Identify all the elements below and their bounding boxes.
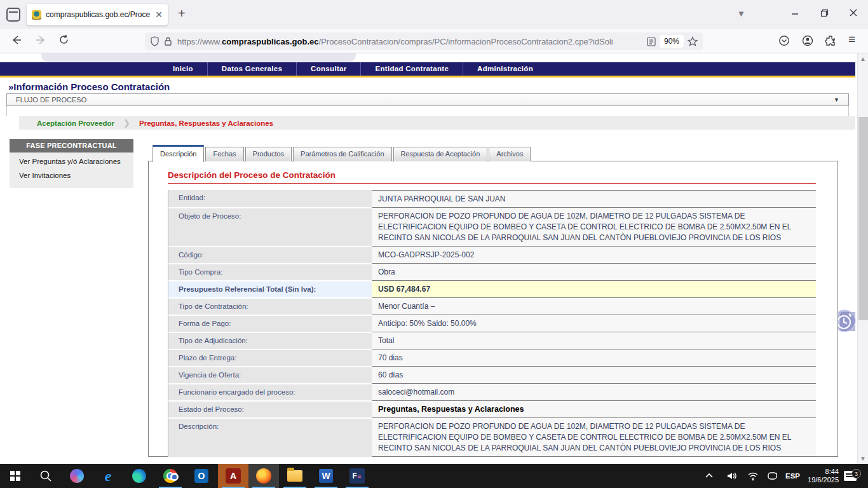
section-title: Descripción del Proceso de Contratación bbox=[168, 170, 816, 184]
table-row-estado: Estado del Proceso:Preguntas, Respuestas… bbox=[168, 400, 816, 417]
vertical-scrollbar[interactable]: ▲ ▼ bbox=[857, 53, 868, 464]
page-viewport: Inicio Datos Generales Consultar Entidad… bbox=[0, 53, 868, 464]
table-row: Objeto de Proceso:PERFORACION DE POZO PR… bbox=[168, 207, 816, 246]
firefox-view-icon[interactable] bbox=[6, 8, 20, 22]
chrome-profile-badge bbox=[170, 473, 179, 481]
nav-administracion[interactable]: Administración bbox=[463, 62, 547, 76]
notification-count-badge: 3 bbox=[851, 469, 861, 478]
table-row-presupuesto-highlight: Presupuesto Referencial Total (Sin Iva):… bbox=[168, 280, 816, 297]
list-all-tabs-icon[interactable]: ▼ bbox=[737, 9, 745, 18]
taskbar-clock[interactable]: 8:44 19/6/2025 bbox=[806, 464, 839, 488]
search-icon bbox=[39, 470, 52, 482]
tab-parametros-calificacion[interactable]: Parámetros de Calificación bbox=[293, 147, 391, 161]
lock-icon bbox=[164, 36, 172, 46]
file-explorer-button[interactable] bbox=[280, 464, 310, 488]
volume-button[interactable] bbox=[726, 464, 738, 488]
start-button[interactable] bbox=[0, 464, 31, 488]
table-row: Tipo de Adjudicación:Total bbox=[168, 332, 816, 349]
nav-datos-generales[interactable]: Datos Generales bbox=[207, 62, 296, 76]
language-indicator[interactable]: ESP bbox=[785, 464, 800, 488]
internet-explorer-button[interactable]: e bbox=[93, 464, 123, 488]
sidebar: Ver Preguntas y/ó Aclaraciones Ver Invit… bbox=[10, 152, 133, 188]
outlook-button[interactable]: O bbox=[186, 464, 217, 488]
wifi-icon bbox=[747, 471, 759, 481]
scroll-up-icon[interactable]: ▲ bbox=[858, 55, 868, 62]
sidebar-item-ver-preguntas[interactable]: Ver Preguntas y/ó Aclaraciones bbox=[19, 158, 133, 165]
tab-respuesta-aceptacion[interactable]: Respuesta de Aceptación bbox=[393, 147, 488, 161]
flow-panel-edge bbox=[6, 106, 849, 116]
back-arrow-icon bbox=[10, 34, 22, 46]
scrollbar-thumb[interactable] bbox=[858, 117, 868, 320]
tab-archivos[interactable]: Archivos bbox=[489, 147, 531, 161]
sidebar-item-ver-invitaciones[interactable]: Ver Invitaciones bbox=[19, 172, 133, 179]
acrobat-button-attention[interactable]: A bbox=[218, 464, 248, 488]
table-row: Tipo de Contratación:Menor Cuantía – bbox=[168, 297, 816, 315]
outlook-icon: O bbox=[194, 469, 208, 483]
table-row: Entidad:JUNTA PARROQUIAL DE SAN JUAN bbox=[168, 190, 816, 207]
pocket-icon[interactable] bbox=[778, 35, 790, 49]
windows-taskbar: e O A W F≡ ESP 8:44 19/6/2025 3 bbox=[0, 464, 868, 488]
windows-logo-icon bbox=[10, 471, 20, 481]
fes-app-icon: F≡ bbox=[349, 468, 365, 484]
tab-descripcion[interactable]: Descripción bbox=[153, 145, 204, 162]
fes-app-button[interactable]: F≡ bbox=[342, 464, 372, 488]
nav-consultar[interactable]: Consultar bbox=[296, 62, 360, 76]
reload-icon bbox=[58, 34, 69, 45]
tray-time: 8:44 bbox=[806, 468, 839, 476]
forward-arrow-icon bbox=[36, 34, 47, 46]
taskbar-search-button[interactable] bbox=[31, 464, 61, 488]
wifi-button[interactable] bbox=[747, 464, 759, 488]
word-button[interactable]: W bbox=[311, 464, 341, 488]
browser-tab[interactable]: compraspublicas.gob.ec/Proce ✕ bbox=[27, 4, 168, 25]
firefox-icon bbox=[256, 468, 271, 484]
meet-now-button[interactable] bbox=[767, 464, 778, 488]
window-minimize-button[interactable] bbox=[780, 0, 810, 25]
tab-fechas[interactable]: Fechas bbox=[205, 147, 243, 161]
internet-explorer-icon: e bbox=[105, 468, 112, 485]
description-panel: Descripción del Proceso de Contratación … bbox=[148, 161, 838, 457]
window-restore-button[interactable] bbox=[810, 0, 839, 25]
table-row: Funcionario encargado del proceso:saloce… bbox=[168, 383, 816, 400]
scroll-down-icon[interactable]: ▼ bbox=[858, 455, 868, 462]
notification-center-button[interactable]: 3 bbox=[844, 464, 857, 488]
copilot-button[interactable] bbox=[62, 464, 92, 488]
breadcrumb-separator-icon: ❯ bbox=[123, 118, 130, 128]
breadcrumb-parent-link[interactable]: Aceptación Proveedor bbox=[37, 119, 114, 127]
url-bar[interactable]: https://www.compraspublicas.gob.ec/Proce… bbox=[145, 32, 703, 50]
menu-hamburger-icon[interactable]: ≡ bbox=[848, 32, 855, 46]
process-tabs: Descripción Fechas Productos Parámetros … bbox=[153, 144, 532, 161]
page-title: »Información Proceso Contratación bbox=[8, 81, 170, 92]
tab-productos[interactable]: Productos bbox=[245, 147, 292, 161]
account-icon[interactable] bbox=[802, 35, 813, 49]
tab-close-icon[interactable]: ✕ bbox=[155, 10, 163, 20]
minimize-icon bbox=[791, 9, 799, 17]
table-row: Plazo de Entrega:70 dias bbox=[168, 349, 816, 366]
flujo-de-proceso-dropdown[interactable]: FLUJO DE PROCESO ▼ bbox=[6, 93, 849, 106]
shield-icon bbox=[150, 36, 159, 46]
new-tab-button[interactable]: + bbox=[178, 6, 186, 21]
firefox-button-active[interactable] bbox=[248, 464, 279, 488]
forward-button[interactable] bbox=[36, 34, 47, 49]
chrome-button[interactable] bbox=[155, 464, 186, 488]
nav-entidad-contratante[interactable]: Entidad Contratante bbox=[360, 62, 463, 76]
reader-view-icon[interactable] bbox=[647, 37, 656, 46]
edge-button[interactable] bbox=[124, 464, 154, 488]
url-text: https://www.compraspublicas.gob.ec/Proce… bbox=[177, 37, 647, 46]
back-button[interactable] bbox=[10, 34, 22, 49]
bookmark-star-icon[interactable] bbox=[688, 36, 698, 46]
table-row: Forma de Pago:Anticipo: 50% Saldo: 50.00… bbox=[168, 315, 816, 332]
folder-icon bbox=[287, 470, 302, 482]
site-nav-bar: Inicio Datos Generales Consultar Entidad… bbox=[0, 62, 855, 78]
nav-inicio[interactable]: Inicio bbox=[159, 62, 207, 76]
window-close-button[interactable] bbox=[839, 0, 868, 25]
tray-chevron-button[interactable] bbox=[704, 464, 714, 488]
sidebar-header: FASE PRECONTRACTUAL bbox=[10, 139, 133, 152]
word-icon: W bbox=[319, 469, 333, 483]
extensions-puzzle-icon[interactable] bbox=[825, 35, 836, 49]
scrolled-header-remnant bbox=[41, 53, 356, 62]
site-favicon bbox=[32, 10, 41, 20]
meet-now-icon bbox=[767, 471, 778, 481]
reload-button[interactable] bbox=[58, 34, 69, 48]
breadcrumb-current: Preguntas, Respuestas y Aclaraciones bbox=[139, 119, 273, 127]
zoom-level-button[interactable]: 90% bbox=[660, 35, 684, 48]
